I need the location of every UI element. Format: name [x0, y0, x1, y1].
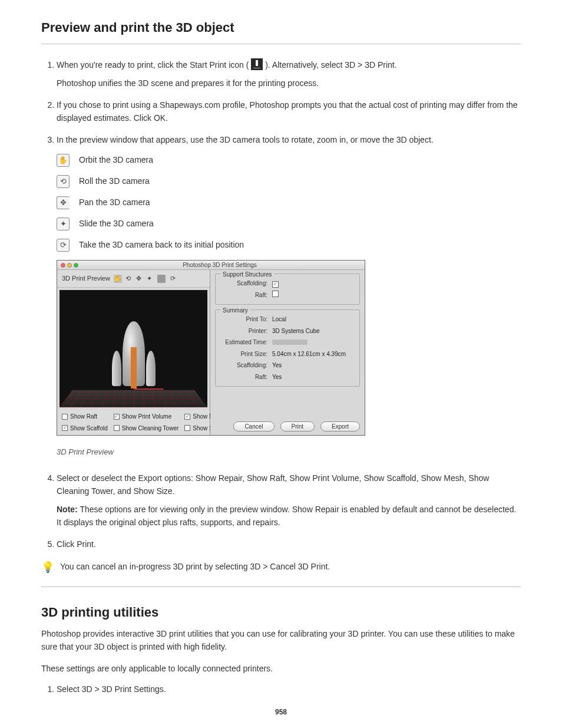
divider [41, 44, 521, 44]
section-2-title: 3D printing utilities [41, 605, 521, 620]
reset-camera-icon: ⟳ [57, 239, 70, 252]
estimated-time-progress [272, 340, 308, 345]
tip-row: 💡 You can cancel an in-progress 3D print… [41, 561, 521, 574]
traffic-lights[interactable] [61, 263, 78, 268]
tool-pan-label: Pan the 3D camera [79, 196, 150, 209]
divider-2 [41, 587, 521, 587]
steps-list: When you're ready to print, click the St… [41, 58, 521, 551]
sum-print-to-v: Local [272, 315, 355, 324]
step-3-text: In the preview window that appears, use … [57, 135, 434, 144]
tb-roll-icon[interactable]: ⟲ [124, 275, 133, 283]
tb-reset-icon[interactable]: ⟳ [169, 275, 177, 283]
tool-pan: ✥ Pan the 3D camera [57, 196, 521, 209]
tool-slide-label: Slide the 3D camera [79, 218, 154, 230]
tool-slide: ✦ Slide the 3D camera [57, 218, 521, 230]
sum-size-v: 5.04cm x 12.61cm x 4.39cm [272, 350, 355, 359]
sum-raft-v: Yes [272, 373, 355, 382]
print-settings-dialog: Photoshop 3D Print Settings 3D Print Pre… [57, 260, 365, 436]
toolbar-separator [157, 275, 166, 283]
minimize-icon[interactable] [67, 263, 72, 268]
cb-show-scaffold[interactable]: ✓Show Scaffold [62, 424, 108, 433]
zoom-icon[interactable] [74, 263, 78, 268]
step-3: In the preview window that appears, use … [57, 134, 521, 458]
dialog-title: Photoshop 3D Print Settings [78, 261, 361, 270]
note-label: Note: [57, 505, 78, 514]
step-1-post: ). Alternatively, select 3D > 3D Print. [265, 60, 396, 70]
step-4-text: Select or deselect the Export options: S… [57, 473, 489, 496]
preview-toggles: Show Raft ✓Show Print Volume ✓Show Mesh … [57, 410, 210, 435]
step-1-pre: When you're ready to print, click the St… [57, 60, 249, 70]
raft-checkbox[interactable] [272, 291, 279, 297]
note-body: These options are for viewing only in th… [57, 505, 516, 527]
cancel-button[interactable]: Cancel [233, 421, 274, 431]
cb-show-print-volume[interactable]: ✓Show Print Volume [114, 412, 179, 421]
camera-tools-list: ✋ Orbit the 3D camera ⟲ Roll the 3D came… [57, 154, 521, 252]
tool-reset: ⟳ Take the 3D camera back to its initial… [57, 239, 521, 252]
slide-camera-icon: ✦ [57, 218, 70, 230]
dialog-titlebar: Photoshop 3D Print Settings [57, 261, 365, 270]
page-number: 958 [0, 708, 562, 716]
section-2-list: Select 3D > 3D Print Settings. [41, 683, 521, 696]
sum-est-v [272, 340, 355, 345]
sum-size-k: Print Size: [220, 350, 267, 359]
section-2-intro: Photoshop provides interactive 3D print … [41, 627, 521, 654]
tip-icon: 💡 [41, 561, 52, 574]
section-title: Preview and print the 3D object [41, 20, 521, 35]
scaffolding-label: Scaffolding: [220, 279, 267, 288]
orbit-camera-icon: ✋ [57, 154, 70, 167]
tool-roll-label: Roll the 3D camera [79, 175, 150, 188]
sum-printer-v: 3D Systems Cube [272, 327, 355, 336]
sum-scaff-k: Scaffolding: [220, 361, 267, 370]
close-icon[interactable] [61, 263, 65, 268]
section-2-intro2: These settings are only applicable to lo… [41, 662, 521, 675]
tb-orbit-icon[interactable]: ✋ [114, 275, 122, 283]
tb-slide-icon[interactable]: ✦ [146, 275, 154, 283]
tool-roll: ⟲ Roll the 3D camera [57, 175, 521, 188]
tool-reset-label: Take the 3D camera back to its initial p… [79, 239, 244, 252]
start-print-icon [251, 58, 263, 70]
preview-toolbar: 3D Print Preview ✋ ⟲ ✥ ✦ ⟳ [57, 270, 210, 288]
s2-step-1: Select 3D > 3D Print Settings. [57, 683, 521, 696]
summary-group-title: Summary [220, 306, 250, 315]
screenshot-caption: 3D Print Preview [57, 446, 521, 458]
support-group: Support Structures Scaffolding: ✓ Raft: [215, 274, 360, 305]
export-button[interactable]: Export [320, 421, 360, 431]
support-group-title: Support Structures [220, 270, 274, 279]
sum-print-to-k: Print To: [220, 315, 267, 324]
print-button[interactable]: Print [280, 421, 315, 431]
step-5: Click Print. [57, 538, 521, 551]
sum-scaff-v: Yes [272, 361, 355, 370]
tool-orbit: ✋ Orbit the 3D camera [57, 154, 521, 167]
scaffolding-checkbox[interactable]: ✓ [272, 281, 279, 288]
cb-show-raft[interactable]: Show Raft [62, 412, 108, 421]
step-1-note: Photoshop unifies the 3D scene and prepa… [57, 77, 521, 90]
tb-pan-icon[interactable]: ✥ [135, 275, 143, 283]
sum-printer-k: Printer: [220, 327, 267, 336]
sum-raft-k: Raft: [220, 373, 267, 382]
step-2: If you chose to print using a Shapeways.… [57, 99, 521, 124]
preview-viewport[interactable] [59, 290, 207, 407]
rocket-model [123, 321, 145, 386]
step-1: When you're ready to print, click the St… [57, 58, 521, 90]
summary-group: Summary Print To: Local Printer: 3D Syst… [215, 309, 360, 387]
cb-show-cleaning-tower[interactable]: Show Cleaning Tower [114, 424, 179, 433]
sum-est-k: Estimated Time: [220, 338, 267, 347]
roll-camera-icon: ⟲ [57, 175, 70, 188]
dialog-buttons: Cancel Print Export [215, 417, 360, 431]
pan-camera-icon: ✥ [57, 196, 70, 209]
step-4: Select or deselect the Export options: S… [57, 472, 521, 529]
tool-orbit-label: Orbit the 3D camera [79, 154, 153, 167]
tip-text: You can cancel an in-progress 3D print b… [60, 561, 330, 574]
raft-label: Raft: [220, 291, 267, 300]
preview-toolbar-label: 3D Print Preview [62, 274, 110, 284]
